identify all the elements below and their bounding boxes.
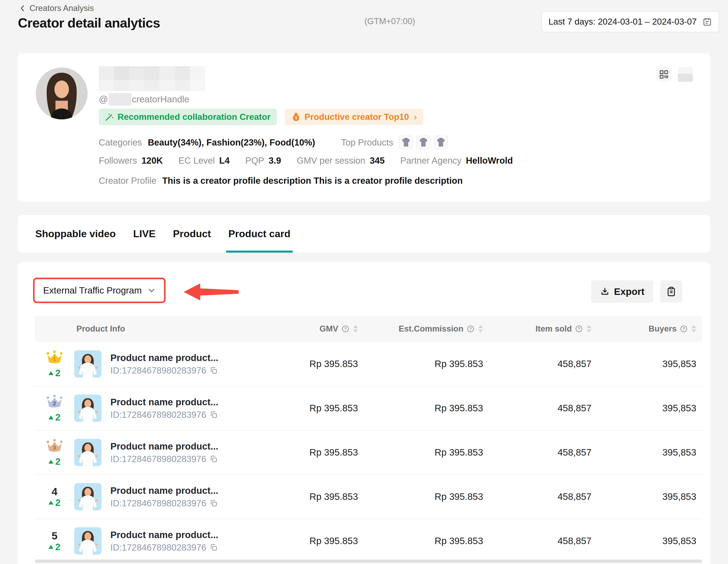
gmv-value: Rp 395.853 [262, 359, 361, 369]
handle-text: creatorHandle [132, 94, 189, 105]
productive-creator-badge[interactable]: $ Productive creator Top10 › [285, 109, 423, 125]
creator-badges: Recommended collaboration Creator $ Prod… [99, 109, 423, 125]
redacted-action-button[interactable] [678, 67, 693, 82]
back-chevron-icon [19, 4, 26, 12]
help-icon[interactable]: ? [341, 325, 349, 333]
rank-badge: 1 1 2 [35, 350, 74, 378]
gmv-value: Rp 395.853 [262, 447, 361, 458]
sort-control[interactable] [478, 325, 483, 333]
rank-badge: 5 5 2 [35, 530, 74, 552]
commission-value: Rp 395.853 [361, 359, 486, 369]
breadcrumb[interactable]: Creators Analysis [19, 4, 94, 13]
stat-value: HelloWrold [466, 155, 513, 166]
product-name: Product name product... [110, 397, 218, 408]
product-image [74, 527, 101, 555]
page-title: Creator detail analytics [18, 15, 160, 31]
product-thumbnail [399, 135, 413, 149]
product-text: Product name product... ID:1728467898028… [110, 353, 218, 376]
categories-label: Categories [99, 137, 142, 147]
product-info-cell: 2 2 2 [35, 386, 262, 430]
stat-value: L4 [219, 155, 230, 166]
product-image [74, 439, 101, 466]
tab-live[interactable]: LIVE [133, 215, 156, 252]
sort-control[interactable] [587, 325, 591, 333]
stat-pair: PQP 3.9 [245, 155, 281, 166]
categories-row: Categories Beauty(34%), Fashion(23%), Fo… [99, 135, 448, 149]
recommended-creator-badge: Recommended collaboration Creator [99, 109, 277, 125]
creator-profile-card: @ creatorHandle Recommended collaboratio… [18, 53, 710, 202]
table-row: 3 3 2 [35, 431, 702, 475]
annotation-highlight-box: External Traffic Program [33, 277, 166, 303]
buyers-value: 395,853 [595, 536, 702, 546]
svg-text:$: $ [295, 115, 297, 120]
creator-name-redacted [99, 66, 205, 92]
copy-icon[interactable] [209, 543, 218, 552]
copy-icon[interactable] [209, 499, 218, 507]
help-icon[interactable]: ? [467, 325, 475, 333]
chevron-right-icon: › [414, 112, 417, 122]
creator-profile-value: This is a creator profile description Th… [162, 176, 463, 186]
buyers-value: 395,853 [595, 491, 702, 502]
sort-control[interactable] [691, 325, 696, 333]
table-row: 4 4 2 [35, 475, 702, 519]
tab-product-card[interactable]: Product card [228, 215, 291, 252]
rank-delta: 2 [48, 369, 60, 378]
analytics-tabs-card: Shoppable video LIVE Product Product car… [18, 215, 710, 252]
up-triangle-icon [48, 416, 53, 419]
creator-profile-description-row: Creator Profile This is a creator profil… [99, 176, 463, 186]
qr-code-button[interactable] [656, 67, 671, 82]
product-id: ID:17284678980283976 [110, 410, 206, 420]
stat-value: 345 [370, 155, 385, 166]
export-button[interactable]: Export [591, 280, 653, 303]
column-header-buyers: Buyers ? [595, 324, 702, 334]
product-image [74, 395, 101, 422]
stat-pair: Followers 120K [99, 155, 163, 166]
chevron-down-icon [147, 287, 156, 295]
product-text: Product name product... ID:1728467898028… [110, 530, 218, 553]
help-icon[interactable]: ? [575, 325, 583, 333]
sort-control[interactable] [353, 325, 358, 333]
money-bag-icon: $ [291, 112, 301, 122]
copy-icon[interactable] [209, 455, 218, 463]
product-info-cell: 4 4 2 [35, 475, 262, 519]
horizontal-scrollbar[interactable] [35, 560, 702, 563]
stat-label: GMV per session [297, 155, 365, 166]
copy-icon[interactable] [209, 411, 218, 419]
product-id: ID:17284678980283976 [110, 543, 206, 553]
help-icon[interactable]: ? [680, 325, 688, 333]
breadcrumb-label: Creators Analysis [29, 4, 94, 13]
rank-delta: 2 [48, 457, 60, 466]
item-sold-value: 458,857 [486, 359, 595, 369]
copy-icon[interactable] [209, 366, 218, 375]
product-id: ID:17284678980283976 [110, 498, 206, 508]
product-name: Product name product... [110, 485, 218, 496]
rank-badge: 3 3 2 [35, 439, 74, 466]
product-name: Product name product... [110, 353, 218, 363]
date-range-picker[interactable]: Last 7 days: 2024-03-01 – 2024-03-07 [541, 11, 719, 32]
tab-shoppable-video[interactable]: Shoppable video [35, 215, 116, 252]
tab-product[interactable]: Product [173, 215, 211, 252]
product-text: Product name product... ID:1728467898028… [110, 485, 218, 508]
creator-stats-row: Followers 120K EC Level L4 PQP 3.9 GMV p… [99, 155, 513, 166]
clipboard-button[interactable] [660, 280, 682, 303]
commission-value: Rp 395.853 [361, 491, 486, 502]
product-id-row: ID:17284678980283976 [110, 498, 218, 508]
timezone-label: (GTM+07:00) [364, 17, 415, 26]
product-image [74, 483, 101, 510]
product-text: Product name product... ID:1728467898028… [110, 397, 218, 420]
product-name: Product name product... [110, 441, 218, 452]
date-range-value: Last 7 days: 2024-03-01 – 2024-03-07 [549, 17, 697, 27]
product-id-row: ID:17284678980283976 [110, 454, 218, 464]
magic-wand-icon [105, 112, 114, 121]
gmv-value: Rp 395.853 [262, 403, 361, 414]
buyers-value: 395,853 [595, 403, 702, 414]
traffic-program-dropdown[interactable]: External Traffic Program [35, 279, 164, 302]
svg-text:?: ? [469, 327, 472, 331]
stat-value: 3.9 [269, 155, 281, 166]
up-triangle-icon [48, 460, 53, 464]
svg-text:?: ? [344, 327, 347, 331]
product-id-row: ID:17284678980283976 [110, 366, 218, 376]
item-sold-value: 458,857 [486, 536, 595, 546]
export-button-label: Export [614, 286, 644, 297]
product-info-cell: 3 3 2 [35, 431, 262, 474]
